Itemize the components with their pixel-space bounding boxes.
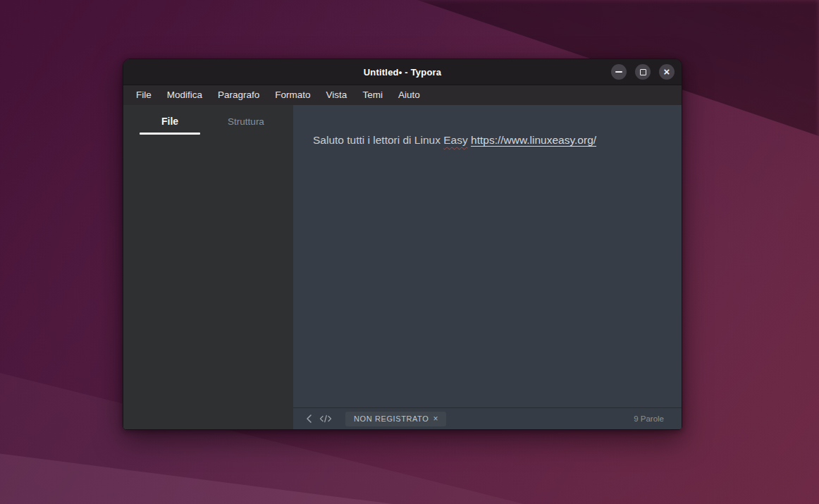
active-tab-underline: [140, 133, 200, 135]
unregistered-badge[interactable]: NON REGISTRATO ×: [345, 412, 446, 426]
paragraph[interactable]: Saluto tutti i lettori di Linux Easy htt…: [313, 132, 662, 148]
window-controls: ×: [611, 59, 675, 85]
maximize-icon: [640, 69, 646, 75]
linuxeasy-link[interactable]: https://www.linuxeasy.org/: [471, 134, 596, 146]
paragraph-text: Saluto tutti i lettori di Linux: [313, 134, 443, 146]
sidebar-tab-file[interactable]: File: [140, 115, 200, 135]
sidebar-tab-struttura[interactable]: Struttura: [216, 115, 276, 135]
menu-item-modifica[interactable]: Modifica: [159, 87, 210, 104]
maximize-button[interactable]: [635, 64, 651, 80]
sidebar-tabs: File Struttura: [123, 115, 293, 135]
menu-item-file[interactable]: File: [128, 87, 159, 104]
window-title: Untitled• - Typora: [364, 67, 441, 78]
menu-item-paragrafo[interactable]: Paragrafo: [210, 87, 267, 104]
menu-item-aiuto[interactable]: Aiuto: [390, 87, 428, 104]
source-code-mode-icon[interactable]: [317, 411, 334, 426]
dismiss-badge-icon[interactable]: ×: [433, 414, 438, 423]
close-button[interactable]: ×: [659, 64, 675, 80]
desktop-background: Untitled• - Typora × File Modifica Parag…: [0, 0, 819, 504]
close-icon: ×: [664, 66, 670, 77]
minimize-icon: [615, 71, 622, 73]
unregistered-badge-label: NON REGISTRATO: [354, 414, 429, 423]
word-count: 9 Parole: [634, 414, 664, 423]
editor-area[interactable]: Saluto tutti i lettori di Linux Easy htt…: [293, 105, 682, 407]
menu-bar: File Modifica Paragrafo Formato Vista Te…: [123, 85, 682, 105]
menu-item-formato[interactable]: Formato: [267, 87, 318, 104]
sidebar: File Struttura: [123, 105, 293, 429]
window-titlebar[interactable]: Untitled• - Typora ×: [123, 59, 682, 85]
editor-column: Saluto tutti i lettori di Linux Easy htt…: [293, 105, 682, 429]
misspelled-word: Easy: [443, 134, 467, 146]
window-content: File Struttura Saluto tutti i lettori di…: [123, 105, 682, 429]
menu-item-vista[interactable]: Vista: [319, 87, 355, 104]
menu-item-temi[interactable]: Temi: [355, 87, 390, 104]
status-bar: NON REGISTRATO × 9 Parole: [293, 407, 682, 429]
sidebar-toggle-icon[interactable]: [300, 411, 317, 426]
minimize-button[interactable]: [611, 64, 627, 80]
typora-window: Untitled• - Typora × File Modifica Parag…: [123, 59, 682, 430]
sidebar-tab-file-label: File: [161, 116, 178, 127]
sidebar-tab-struttura-label: Struttura: [228, 116, 264, 127]
